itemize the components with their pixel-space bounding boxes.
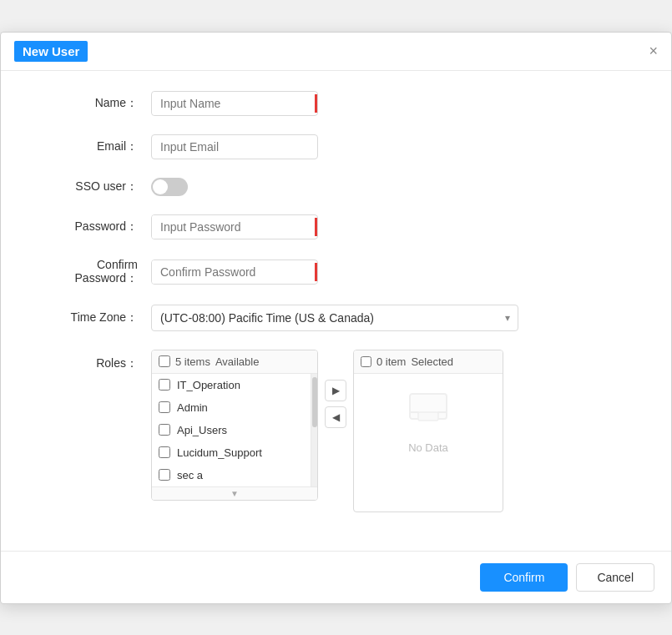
role-name: IT_Operation bbox=[177, 379, 240, 391]
no-data-area: No Data bbox=[354, 374, 503, 471]
no-data-text: No Data bbox=[408, 441, 448, 454]
timezone-control: (UTC-08:00) Pacific Time (US & Canada) ▾ bbox=[151, 305, 518, 331]
roles-list-items: IT_Operation Admin Api_Users bbox=[152, 374, 311, 486]
sso-label: SSO user： bbox=[34, 179, 151, 194]
new-user-dialog: New User × Name： ••• Email： bbox=[0, 32, 672, 604]
roles-scroll-visual: IT_Operation Admin Api_Users bbox=[152, 374, 317, 486]
available-label: Available bbox=[215, 355, 260, 368]
email-label: Email： bbox=[34, 139, 151, 154]
dialog-header: New User × bbox=[1, 33, 671, 71]
role-name: Api_Users bbox=[177, 424, 227, 436]
dialog-title: New User bbox=[14, 41, 88, 62]
email-row: Email： bbox=[34, 134, 638, 159]
role-checkbox[interactable] bbox=[159, 379, 170, 391]
move-right-button[interactable]: ▶ bbox=[325, 380, 346, 401]
name-icon-button[interactable]: ••• bbox=[315, 94, 318, 113]
cancel-button[interactable]: Cancel bbox=[576, 563, 654, 592]
available-count: 5 items bbox=[175, 355, 210, 368]
name-input-wrap: ••• bbox=[151, 91, 318, 116]
role-checkbox[interactable] bbox=[159, 424, 170, 436]
role-name: sec a bbox=[177, 469, 203, 481]
selected-roles-panel: 0 item Selected No Data bbox=[353, 350, 503, 512]
confirm-password-label: Confirm Password： bbox=[34, 258, 151, 286]
toggle-slider bbox=[151, 178, 188, 196]
roles-control: 5 items Available IT_Operation Admin bbox=[151, 350, 503, 512]
password-control: ••• bbox=[151, 214, 318, 239]
email-input[interactable] bbox=[151, 134, 318, 159]
list-item[interactable]: Api_Users bbox=[152, 419, 311, 441]
name-input[interactable] bbox=[152, 92, 315, 115]
list-item[interactable]: Admin bbox=[152, 396, 311, 419]
password-icon-button[interactable]: ••• bbox=[315, 218, 318, 236]
password-label: Password： bbox=[34, 219, 151, 234]
confirm-button[interactable]: Confirm bbox=[480, 563, 568, 592]
roles-row: Roles： 5 items Available IT_Operation bbox=[34, 350, 638, 512]
list-item[interactable]: Lucidum_Support bbox=[152, 441, 311, 464]
available-roles-panel: 5 items Available IT_Operation Admin bbox=[151, 350, 318, 501]
timezone-select[interactable]: (UTC-08:00) Pacific Time (US & Canada) bbox=[151, 305, 518, 331]
selected-select-all-checkbox[interactable] bbox=[361, 356, 371, 367]
password-row: Password： ••• bbox=[34, 214, 638, 239]
available-roles-header: 5 items Available bbox=[152, 350, 317, 374]
list-item[interactable]: sec a bbox=[152, 464, 311, 486]
confirm-password-row: Confirm Password： ••• bbox=[34, 258, 638, 286]
timezone-label: Time Zone： bbox=[34, 310, 151, 325]
timezone-select-wrap: (UTC-08:00) Pacific Time (US & Canada) ▾ bbox=[151, 305, 518, 331]
list-item[interactable]: IT_Operation bbox=[152, 374, 311, 396]
dialog-body: Name： ••• Email： SSO user： bbox=[1, 71, 671, 551]
sso-row: SSO user： bbox=[34, 178, 638, 196]
role-name: Lucidum_Support bbox=[177, 446, 262, 459]
password-input-wrap: ••• bbox=[151, 214, 318, 239]
scroll-thumb bbox=[312, 377, 317, 427]
no-data-icon bbox=[407, 391, 450, 435]
name-label: Name： bbox=[34, 96, 151, 111]
close-button[interactable]: × bbox=[649, 43, 658, 58]
name-control: ••• bbox=[151, 91, 318, 116]
available-select-all-checkbox[interactable] bbox=[159, 355, 170, 367]
move-left-button[interactable]: ◀ bbox=[325, 406, 346, 428]
role-checkbox[interactable] bbox=[159, 469, 170, 481]
dialog-footer: Confirm Cancel bbox=[1, 551, 671, 603]
sso-control bbox=[151, 178, 188, 196]
scroll-bar[interactable] bbox=[311, 374, 317, 486]
timezone-row: Time Zone： (UTC-08:00) Pacific Time (US … bbox=[34, 305, 638, 331]
scroll-down-indicator: ▼ bbox=[152, 486, 317, 500]
selected-roles-header: 0 item Selected bbox=[354, 350, 503, 374]
transfer-buttons: ▶ ◀ bbox=[325, 350, 346, 428]
role-name: Admin bbox=[177, 401, 208, 414]
role-checkbox[interactable] bbox=[159, 446, 170, 458]
svg-rect-5 bbox=[418, 412, 438, 421]
confirm-password-control: ••• bbox=[151, 260, 318, 285]
password-input[interactable] bbox=[152, 215, 315, 239]
role-checkbox[interactable] bbox=[159, 401, 170, 413]
sso-toggle[interactable] bbox=[151, 178, 188, 196]
selected-count: 0 item bbox=[376, 355, 406, 368]
name-row: Name： ••• bbox=[34, 91, 638, 116]
confirm-password-input[interactable] bbox=[152, 260, 315, 284]
confirm-password-icon-button[interactable]: ••• bbox=[315, 263, 318, 281]
email-control bbox=[151, 134, 318, 159]
inbox-icon bbox=[407, 391, 450, 427]
selected-label: Selected bbox=[411, 355, 453, 368]
scroll-down-arrow: ▼ bbox=[230, 489, 239, 498]
confirm-password-input-wrap: ••• bbox=[151, 260, 318, 285]
roles-label: Roles： bbox=[34, 350, 151, 371]
